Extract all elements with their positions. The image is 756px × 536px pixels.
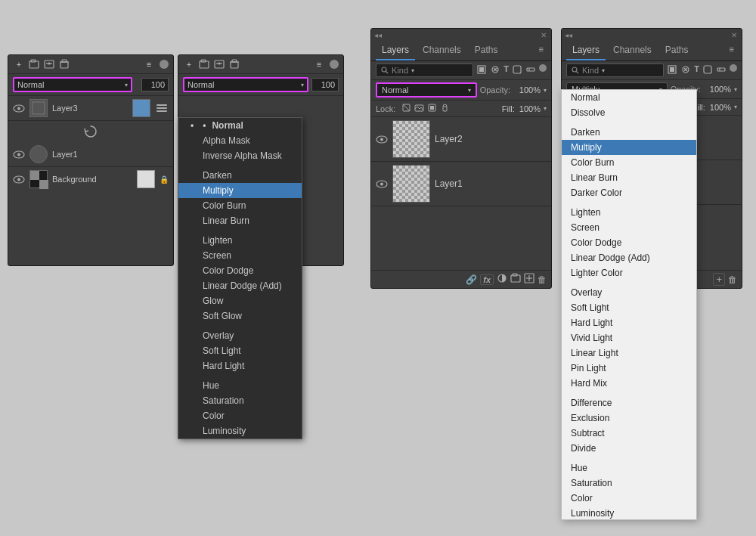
dropdown-item-saturation[interactable]: Saturation [178,393,302,408]
panel2-menu-icon[interactable]: ≡ [313,58,325,70]
dd4-color-burn[interactable]: Color Burn [562,155,696,170]
new-adjustment-icon[interactable] [43,58,55,70]
filter-shape-icon[interactable] [512,64,522,76]
list-item[interactable]: Layer3 [8,96,173,121]
list-item[interactable]: Layer2 [371,117,551,162]
dropdown-item-soft-light[interactable]: Soft Light [178,343,302,358]
dd4-lighten[interactable]: Lighten [562,205,696,220]
panel3-collapse-btn[interactable]: ◂◂ [374,31,382,39]
list-item[interactable]: Layer1 [8,142,173,167]
dropdown-item-color-dodge[interactable]: Color Dodge [178,263,302,278]
new-layer-icon-2[interactable]: + [183,58,195,70]
dd4-lighter-color[interactable]: Lighter Color [562,265,696,280]
filter-pixel-icon-4[interactable] [667,64,677,76]
eye-icon[interactable] [13,150,25,159]
dd4-hard-mix[interactable]: Hard Mix [562,376,696,391]
new-adjustment-icon-2[interactable] [213,58,225,70]
dropdown-item-multiply[interactable]: Multiply [178,183,302,198]
panel3-tab-menu[interactable]: ≡ [536,41,547,60]
eye-icon[interactable] [376,135,388,144]
filter-adjust-icon[interactable] [490,64,500,76]
dropdown-item-screen[interactable]: Screen [178,248,302,263]
eye-icon[interactable] [376,179,388,188]
panel2-blend-select[interactable]: Normal ▾ [183,77,308,92]
panel1-blend-select[interactable]: Normal ▾ [13,77,132,92]
new-layer-btn-4[interactable]: + [713,273,725,286]
dd4-color[interactable]: Color [562,491,696,506]
filter-toggle[interactable] [539,64,547,72]
filter-shape-icon-4[interactable] [702,64,713,76]
background-item[interactable]: Background 🔒 [8,167,173,191]
dropdown-item-luminosity[interactable]: Luminosity [178,423,302,438]
filter-smart-icon[interactable] [525,64,536,76]
panel4-collapse-btn[interactable]: ◂◂ [565,31,572,39]
filter-type-icon[interactable]: T [503,64,509,76]
list-item[interactable]: Layer1 [371,162,551,206]
delete-icon-2[interactable] [228,58,240,70]
new-layer-icon[interactable]: + [13,58,25,70]
dd4-screen[interactable]: Screen [562,220,696,235]
dd4-pin-light[interactable]: Pin Light [562,361,696,376]
filter-adjust-icon-4[interactable] [680,64,691,76]
group-icon[interactable] [510,273,521,286]
dropdown-item-soft-glow[interactable]: Soft Glow [178,308,302,324]
dd4-hue[interactable]: Hue [562,460,696,476]
tab-layers-4[interactable]: Layers [566,41,606,60]
delete-layer-btn[interactable]: 🗑 [538,274,547,285]
panel4-search-box[interactable]: Kind ▾ [566,64,664,77]
dd4-linear-light[interactable]: Linear Light [562,345,696,361]
panel3-blend-select[interactable]: Normal ▾ [376,82,477,98]
panel1-menu-icon[interactable]: ≡ [143,58,155,70]
dd4-dissolve[interactable]: Dissolve [562,105,696,120]
eye-icon[interactable] [13,175,25,184]
dd4-soft-light[interactable]: Soft Light [562,300,696,315]
panel2-opacity-input[interactable] [311,78,339,91]
eye-icon[interactable] [13,104,25,113]
lock-position-icon[interactable] [440,103,450,114]
dd4-exclusion[interactable]: Exclusion [562,411,696,426]
dd4-vivid-light[interactable]: Vivid Light [562,330,696,345]
panel3-close-btn[interactable]: ✕ [539,30,548,39]
lock-artboard-icon[interactable] [427,103,437,114]
delete-icon[interactable] [58,58,70,70]
panel3-search-box[interactable]: Kind ▾ [376,64,473,77]
dropdown-item-inverse-alpha-mask[interactable]: Inverse Alpha Mask [178,148,302,163]
dd4-luminosity[interactable]: Luminosity [562,506,696,520]
panel4-close-btn[interactable]: ✕ [730,30,739,39]
dropdown-item-alpha-mask[interactable]: Alpha Mask [178,133,302,148]
dd4-subtract[interactable]: Subtract [562,426,696,441]
dd4-darker-color[interactable]: Darker Color [562,185,696,200]
delete-layer-btn-4[interactable]: 🗑 [728,274,737,285]
refresh-icon[interactable] [83,124,98,139]
filter-pixel-icon[interactable] [476,64,487,76]
dropdown-item-lighten[interactable]: Lighten [178,233,302,248]
mask-icon[interactable] [497,273,507,286]
dropdown-item-hue[interactable]: Hue [178,378,302,393]
panel1-opacity-input[interactable] [141,78,169,91]
dropdown-item-linear-burn[interactable]: Linear Burn [178,213,302,228]
panel4-tab-menu[interactable]: ≡ [727,41,737,60]
filter-toggle-4[interactable] [730,64,737,72]
tab-channels-3[interactable]: Channels [417,41,467,60]
dd4-hard-light[interactable]: Hard Light [562,315,696,330]
dd4-darken[interactable]: Darken [562,125,696,140]
dd4-divide[interactable]: Divide [562,441,696,456]
dd4-difference[interactable]: Difference [562,395,696,411]
filter-type-icon-4[interactable]: T [694,64,699,76]
dd4-multiply[interactable]: Multiply [562,140,696,155]
dd4-normal[interactable]: Normal [562,90,696,105]
dd4-saturation[interactable]: Saturation [562,476,696,491]
dd4-linear-dodge[interactable]: Linear Dodge (Add) [562,250,696,265]
dropdown-item-glow[interactable]: Glow [178,293,302,308]
dd4-overlay[interactable]: Overlay [562,285,696,300]
lock-transparent-icon[interactable] [401,103,411,114]
fx-button[interactable]: fx [480,274,494,285]
tab-layers-3[interactable]: Layers [376,41,415,60]
dropdown-item-overlay[interactable]: Overlay [178,328,302,343]
dd4-linear-burn[interactable]: Linear Burn [562,170,696,185]
dropdown-item-normal[interactable]: • Normal [178,118,302,133]
new-group-icon-2[interactable] [198,58,210,70]
filter-smart-icon-4[interactable] [716,64,727,76]
dropdown-item-linear-dodge[interactable]: Linear Dodge (Add) [178,278,302,293]
lock-image-icon[interactable] [414,103,424,114]
